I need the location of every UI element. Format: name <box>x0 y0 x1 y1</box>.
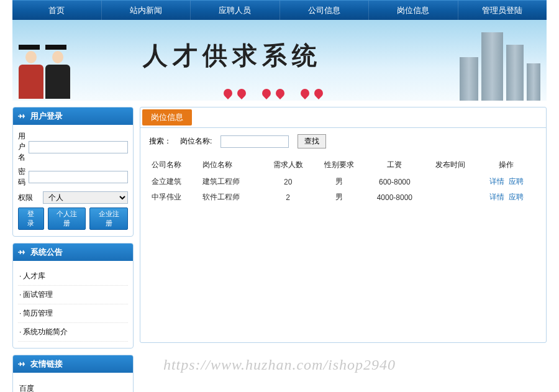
top-navigation: 首页 站内新闻 应聘人员 公司信息 岗位信息 管理员登陆 <box>12 0 547 20</box>
search-button[interactable]: 查找 <box>298 134 326 148</box>
arrow-icon <box>18 248 27 256</box>
col-action: 操作 <box>476 156 537 174</box>
table-row: 金立建筑 建筑工程师 20 男 600-8000 详情 应聘 <box>149 174 537 189</box>
detail-link[interactable]: 详情 <box>489 177 504 186</box>
company-register-button[interactable]: 企业注册 <box>89 207 128 230</box>
announcements-list: 人才库 面试管理 简历管理 系统功能简介 <box>18 267 128 342</box>
nav-news[interactable]: 站内新闻 <box>102 1 191 20</box>
announce-item[interactable]: 系统功能简介 <box>18 323 128 342</box>
login-button[interactable]: 登录 <box>18 207 44 230</box>
cell-gender: 男 <box>314 174 365 189</box>
username-input[interactable] <box>29 141 128 153</box>
announcements-title: 系统公告 <box>30 247 63 258</box>
cell-position: 建筑工程师 <box>200 174 262 189</box>
col-salary: 工资 <box>365 156 424 174</box>
cell-time <box>424 189 475 205</box>
content-box: 岗位信息 搜索： 岗位名称: 查找 公司名称 岗位名称 <box>140 107 547 343</box>
role-select[interactable]: 个人 <box>43 191 128 204</box>
col-count: 需求人数 <box>262 156 313 174</box>
nav-home[interactable]: 首页 <box>12 1 102 20</box>
links-title: 友情链接 <box>30 358 63 370</box>
banner-flowers-decoration <box>224 89 323 98</box>
col-company: 公司名称 <box>149 156 200 174</box>
arrow-icon <box>18 112 27 120</box>
personal-register-button[interactable]: 个人注册 <box>48 207 86 230</box>
links-box: 友情链接 百度 58同城 智联招聘 前程无忧 新浪 <box>12 355 134 392</box>
table-row: 中孚伟业 软件工程师 2 男 4000-8000 详情 应聘 <box>149 189 537 205</box>
cell-company: 中孚伟业 <box>149 189 200 205</box>
cell-salary: 600-8000 <box>365 174 424 189</box>
banner: 人才供求系统 <box>12 20 547 101</box>
cell-count: 2 <box>262 189 313 205</box>
cell-count: 20 <box>262 174 313 189</box>
cell-salary: 4000-8000 <box>365 189 424 205</box>
announcements-box: 系统公告 人才库 面试管理 简历管理 系统功能简介 <box>12 243 134 349</box>
links-header: 友情链接 <box>13 355 133 373</box>
cell-time <box>424 174 475 189</box>
announce-item[interactable]: 人才库 <box>18 267 128 286</box>
content-tab: 岗位信息 <box>142 109 192 125</box>
password-label: 密码 <box>18 166 29 188</box>
banner-title: 人才供求系统 <box>143 39 322 73</box>
detail-link[interactable]: 详情 <box>489 193 504 201</box>
username-label: 用户名 <box>18 131 29 163</box>
col-time: 发布时间 <box>424 156 475 174</box>
position-search-input[interactable] <box>220 135 289 148</box>
positions-table: 公司名称 岗位名称 需求人数 性别要求 工资 发布时间 操作 金 <box>140 152 546 205</box>
banner-graduates-image <box>19 45 70 101</box>
search-bar: 搜索： 岗位名称: 查找 <box>140 128 546 152</box>
password-input[interactable] <box>29 171 128 183</box>
banner-buildings-image <box>460 26 540 101</box>
login-title: 用户登录 <box>30 111 63 122</box>
cell-company: 金立建筑 <box>149 174 200 189</box>
apply-link[interactable]: 应聘 <box>509 193 524 201</box>
login-box: 用户登录 用户名 密码 权限 个人 <box>12 107 134 237</box>
cell-gender: 男 <box>314 189 365 205</box>
col-gender: 性别要求 <box>314 156 365 174</box>
nav-companies[interactable]: 公司信息 <box>280 1 370 20</box>
apply-link[interactable]: 应聘 <box>509 177 524 186</box>
role-label: 权限 <box>18 193 43 203</box>
link-item[interactable]: 百度 <box>18 379 128 392</box>
cell-position: 软件工程师 <box>200 189 262 205</box>
links-list: 百度 58同城 智联招聘 前程无忧 新浪 <box>18 379 128 392</box>
arrow-icon <box>18 360 27 368</box>
nav-positions[interactable]: 岗位信息 <box>369 1 458 20</box>
nav-admin-login[interactable]: 管理员登陆 <box>458 1 547 20</box>
login-box-header: 用户登录 <box>13 107 133 125</box>
search-label: 搜索： <box>149 136 171 147</box>
announce-item[interactable]: 面试管理 <box>18 286 128 304</box>
col-position: 岗位名称 <box>200 156 262 174</box>
nav-applicants[interactable]: 应聘人员 <box>191 1 280 20</box>
announcements-header: 系统公告 <box>13 244 133 261</box>
table-header-row: 公司名称 岗位名称 需求人数 性别要求 工资 发布时间 操作 <box>149 156 537 174</box>
announce-item[interactable]: 简历管理 <box>18 304 128 323</box>
position-field-label: 岗位名称: <box>180 136 212 147</box>
